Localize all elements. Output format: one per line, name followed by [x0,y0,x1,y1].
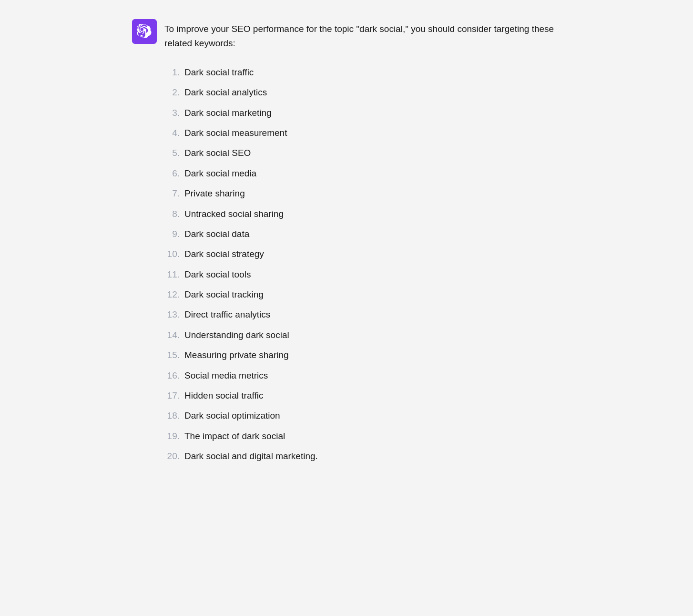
list-text: Social media metrics [184,369,268,383]
list-number: 13. [164,308,180,322]
message-row: To improve your SEO performance for the … [132,19,561,467]
list-text: Dark social SEO [184,146,251,160]
list-text: Dark social tracking [184,287,264,302]
list-item: 9.Dark social data [164,224,561,244]
list-number: 14. [164,328,180,342]
list-item: 1.Dark social traffic [164,62,561,82]
list-item: 13.Direct traffic analytics [164,305,561,325]
list-number: 2. [164,85,180,100]
list-number: 15. [164,348,180,362]
list-item: 16.Social media metrics [164,366,561,386]
list-number: 3. [164,106,180,120]
list-item: 19.The impact of dark social [164,426,561,446]
list-item: 20.Dark social and digital marketing. [164,446,561,466]
list-item: 3.Dark social marketing [164,103,561,123]
avatar [132,19,157,44]
list-item: 10.Dark social strategy [164,244,561,264]
openai-logo-icon [137,24,152,39]
list-number: 6. [164,166,180,181]
list-text: Dark social marketing [184,106,272,120]
list-item: 4.Dark social measurement [164,123,561,143]
list-number: 7. [164,186,180,201]
list-number: 4. [164,126,180,140]
list-number: 18. [164,409,180,423]
list-item: 7.Private sharing [164,184,561,204]
list-number: 12. [164,287,180,302]
list-number: 5. [164,146,180,160]
list-text: Direct traffic analytics [184,308,270,322]
list-number: 20. [164,449,180,463]
list-text: Dark social optimization [184,409,280,423]
list-number: 16. [164,369,180,383]
list-number: 11. [164,267,180,282]
keyword-list: 1.Dark social traffic2.Dark social analy… [164,62,561,467]
message-content: To improve your SEO performance for the … [164,19,561,467]
list-text: Dark social media [184,166,256,181]
intro-paragraph: To improve your SEO performance for the … [164,22,561,51]
list-text: Untracked social sharing [184,207,284,221]
list-item: 12.Dark social tracking [164,285,561,305]
list-item: 6.Dark social media [164,164,561,184]
list-item: 8.Untracked social sharing [164,204,561,224]
list-text: Dark social tools [184,267,251,282]
list-text: Measuring private sharing [184,348,289,362]
list-text: Understanding dark social [184,328,289,342]
list-number: 1. [164,65,180,80]
list-item: 18.Dark social optimization [164,406,561,426]
list-item: 15.Measuring private sharing [164,345,561,365]
list-text: Dark social data [184,227,249,241]
list-number: 8. [164,207,180,221]
list-item: 17.Hidden social traffic [164,386,561,406]
list-item: 11.Dark social tools [164,265,561,285]
list-number: 9. [164,227,180,241]
list-text: Dark social analytics [184,85,267,100]
list-text: Hidden social traffic [184,389,263,403]
list-text: Dark social measurement [184,126,287,140]
list-number: 19. [164,429,180,443]
list-text: Private sharing [184,186,245,201]
list-text: Dark social strategy [184,247,264,261]
list-number: 17. [164,389,180,403]
list-item: 14.Understanding dark social [164,325,561,345]
chat-container: To improve your SEO performance for the … [132,19,561,597]
list-text: Dark social traffic [184,65,254,80]
list-number: 10. [164,247,180,261]
list-text: The impact of dark social [184,429,285,443]
list-text: Dark social and digital marketing. [184,449,318,463]
list-item: 2.Dark social analytics [164,82,561,103]
list-item: 5.Dark social SEO [164,143,561,163]
